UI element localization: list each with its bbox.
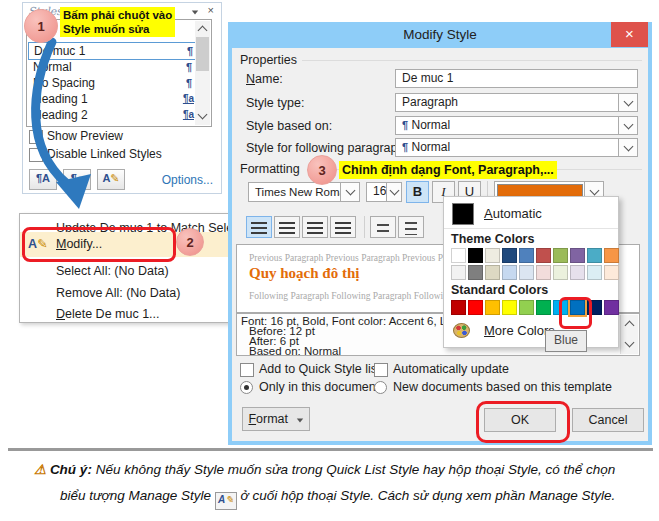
standard-color-row (451, 300, 619, 315)
align-left-button[interactable] (246, 216, 272, 238)
pilcrow-icon: ¶ (187, 43, 193, 59)
chevron-down-icon[interactable] (192, 11, 198, 15)
scroll-down-icon[interactable] (625, 338, 635, 348)
pilcrow-icon: ¶ (402, 119, 408, 131)
note-prefix: Chú ý: (50, 462, 92, 477)
align-justify-button[interactable] (330, 216, 356, 238)
scroll-down-icon[interactable] (198, 110, 208, 120)
new-documents-radio[interactable] (374, 381, 387, 394)
scroll-up-icon[interactable] (625, 321, 635, 331)
color-swatch[interactable] (587, 248, 602, 263)
chevron-down-icon (296, 419, 302, 423)
font-size-select[interactable]: 16 (366, 182, 402, 202)
chevron-down-icon[interactable] (618, 94, 637, 111)
color-swatch[interactable] (604, 300, 619, 315)
align-center-icon (279, 222, 295, 234)
options-link[interactable]: Options... (162, 173, 213, 187)
close-button[interactable]: × (611, 22, 648, 47)
cancel-button[interactable]: Cancel (572, 408, 644, 432)
divider (8, 448, 653, 451)
theme-color-row (451, 265, 619, 280)
scrollbar[interactable] (195, 21, 210, 125)
align-right-icon (307, 222, 323, 234)
color-swatch[interactable] (536, 265, 551, 280)
chevron-down-icon[interactable] (340, 183, 359, 201)
color-swatch[interactable] (451, 265, 466, 280)
color-swatch[interactable] (553, 265, 568, 280)
preview-sample-text: Quy hoạch đô thị (249, 265, 359, 282)
dialog-title: Modify Style (228, 22, 652, 48)
color-swatch[interactable] (570, 248, 585, 263)
menu-item-remove-all[interactable]: Remove All: (No Data) (20, 282, 236, 304)
color-swatch[interactable] (451, 300, 466, 315)
step1-callout: Bấm phải chuột vào Style muốn sửa (60, 7, 175, 37)
name-input[interactable]: De muc 1 (395, 69, 638, 88)
add-quick-style-label: Add to Quick Style list (259, 362, 381, 376)
color-swatch[interactable] (604, 248, 619, 263)
color-swatch[interactable] (468, 265, 483, 280)
bold-button[interactable]: B (406, 181, 429, 203)
toolbar-divider (364, 216, 365, 238)
chevron-down-icon[interactable] (386, 183, 401, 201)
scrollbar-thumb[interactable] (196, 37, 209, 71)
theme-colors-label: Theme Colors (451, 232, 534, 246)
automatic-label[interactable]: Automatic (484, 206, 542, 221)
font-name-select[interactable]: Times New Roman (248, 182, 360, 202)
color-swatch[interactable] (570, 265, 585, 280)
font-color-dropdown: Automatic Theme Colors Standard Colors M… (443, 196, 619, 348)
add-quick-style-checkbox[interactable] (240, 363, 254, 377)
pilcrow-icon: ¶ (186, 75, 192, 91)
color-swatch[interactable] (519, 300, 534, 315)
line-spacing-15-button[interactable] (398, 216, 424, 238)
tutorial-canvas: Styles × De muc 1 ¶ Normal ¶ No Spacing … (0, 0, 659, 521)
color-swatch[interactable] (536, 300, 551, 315)
close-icon: × (625, 25, 634, 42)
color-swatch[interactable] (604, 265, 619, 280)
menu-item-select-all[interactable]: Select All: (No Data) (20, 260, 236, 282)
name-label: Name: (246, 72, 283, 86)
warning-icon: ⚠ (34, 462, 46, 477)
line-spacing-1-button[interactable] (370, 216, 396, 238)
style-based-on-select[interactable]: ¶ Normal (395, 116, 638, 135)
color-swatch[interactable] (451, 248, 466, 263)
blue-swatch-highlight-box (559, 297, 592, 329)
scroll-up-icon[interactable] (198, 26, 208, 36)
close-icon[interactable]: × (208, 4, 214, 16)
align-right-button[interactable] (302, 216, 328, 238)
modify-highlight-box (22, 227, 176, 262)
color-swatch[interactable] (502, 265, 517, 280)
color-swatch[interactable] (519, 265, 534, 280)
color-swatch[interactable] (519, 248, 534, 263)
color-swatch[interactable] (485, 300, 500, 315)
line-spacing-1-icon (377, 224, 389, 232)
color-swatch[interactable] (485, 248, 500, 263)
step-2-badge: 2 (176, 228, 204, 256)
color-swatch[interactable] (536, 248, 551, 263)
auto-update-label: Automatically update (393, 362, 509, 376)
note-line-2: biểu tượng Manage Style A✎ ở cuối hộp th… (60, 488, 615, 510)
chevron-down-icon[interactable] (618, 139, 637, 156)
color-swatch[interactable] (485, 265, 500, 280)
group-divider (302, 60, 642, 61)
step3-callout: Chỉnh định dạng Font, Paragraph,... (339, 161, 557, 179)
style-type-select[interactable]: Paragraph (395, 93, 638, 112)
color-swatch[interactable] (553, 248, 568, 263)
menu-item-delete[interactable]: Delete De muc 1... (20, 303, 236, 325)
color-swatch[interactable] (502, 248, 517, 263)
format-button[interactable]: Format (242, 407, 310, 431)
step-3-badge: 3 (307, 155, 337, 185)
note-line-1: ⚠ Chú ý: Nếu không thấy Style muốn sửa t… (34, 461, 615, 477)
chevron-down-icon[interactable] (618, 117, 637, 134)
color-swatch[interactable] (587, 265, 602, 280)
scrollbar[interactable] (620, 315, 638, 354)
color-swatch[interactable] (468, 248, 483, 263)
following-paragraph-select[interactable]: ¶ Normal (395, 138, 638, 157)
color-swatch[interactable] (502, 300, 517, 315)
automatic-color-swatch[interactable] (452, 203, 474, 225)
ok-highlight-box (476, 401, 570, 443)
linked-style-icon: ¶a (183, 107, 194, 123)
auto-update-checkbox[interactable] (374, 363, 388, 377)
align-center-button[interactable] (274, 216, 300, 238)
color-swatch[interactable] (468, 300, 483, 315)
only-document-radio[interactable] (240, 381, 253, 394)
